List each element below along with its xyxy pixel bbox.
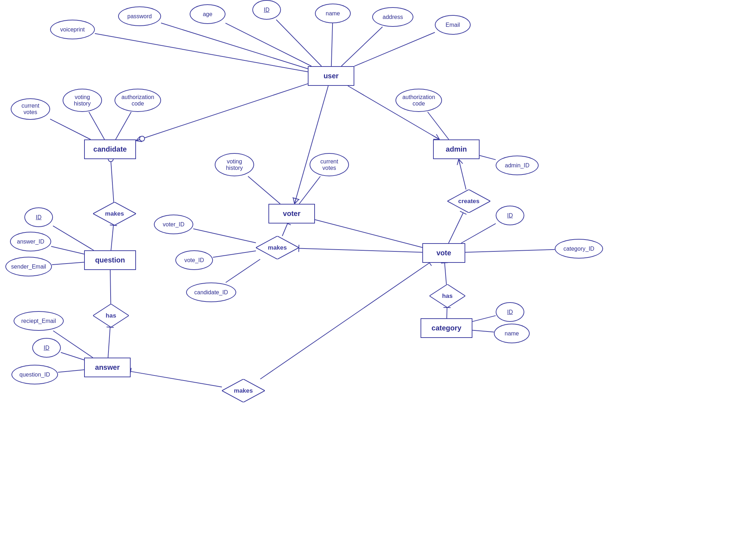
- svg-line-33: [282, 223, 288, 236]
- attr-vote_category_id: category_ID: [555, 239, 603, 259]
- svg-line-25: [51, 246, 84, 254]
- attr-category_id: ID: [496, 302, 524, 322]
- svg-line-22: [111, 225, 113, 250]
- svg-line-37: [193, 229, 256, 243]
- attr-user_id: ID: [252, 0, 281, 20]
- svg-line-8: [89, 112, 105, 139]
- svg-line-55: [315, 220, 422, 247]
- relation-rel_makes_answer: makes: [222, 379, 265, 402]
- svg-line-53: [260, 263, 429, 379]
- svg-line-40: [459, 159, 466, 190]
- attr-question_sender_email: sender_Email: [5, 257, 52, 276]
- svg-line-50: [472, 316, 496, 321]
- attr-vote_id_attr: ID: [496, 206, 524, 225]
- relation-rel_makes_voter: makes: [256, 236, 299, 259]
- attr-user_email: Email: [435, 15, 471, 35]
- svg-line-6: [95, 34, 308, 72]
- svg-line-43: [461, 223, 496, 243]
- attr-makes_vote_id: vote_ID: [175, 250, 213, 270]
- attr-cand_voting_history: voting history: [63, 89, 102, 112]
- svg-line-5: [354, 33, 435, 67]
- attr-voter_voting_history: voting history: [215, 153, 254, 176]
- entity-category: category: [421, 318, 472, 338]
- svg-line-16: [428, 112, 449, 139]
- svg-line-28: [108, 327, 110, 358]
- entity-answer: answer: [84, 358, 131, 377]
- attr-category_name: name: [494, 324, 530, 343]
- attr-makes_voter_id: voter_ID: [154, 215, 193, 234]
- entity-candidate: candidate: [84, 139, 136, 159]
- er-diagram: usercandidatevoteradminvotequestionanswe…: [0, 0, 748, 560]
- svg-line-9: [116, 112, 131, 139]
- entity-user: user: [308, 66, 354, 86]
- svg-line-24: [53, 226, 94, 250]
- attr-admin_id_attr: admin_ID: [496, 156, 539, 175]
- attr-user_age: age: [190, 4, 225, 24]
- svg-line-45: [445, 263, 446, 284]
- svg-line-1: [225, 23, 311, 66]
- svg-line-31: [61, 352, 84, 360]
- attr-user_name: name: [315, 4, 351, 23]
- svg-line-41: [448, 213, 463, 243]
- svg-line-26: [52, 262, 84, 265]
- svg-line-27: [110, 270, 111, 304]
- relation-rel_creates: creates: [447, 190, 490, 213]
- svg-line-39: [226, 259, 260, 283]
- relation-rel_has_vote: has: [429, 284, 465, 308]
- svg-line-19: [299, 176, 320, 204]
- svg-line-12: [295, 86, 328, 204]
- svg-line-7: [50, 119, 91, 139]
- entity-voter: voter: [268, 204, 315, 223]
- attr-answer_reciept_email: reciept_Email: [14, 311, 64, 331]
- svg-line-13: [292, 198, 299, 200]
- svg-line-3: [331, 23, 332, 66]
- entity-vote: vote: [422, 243, 465, 263]
- svg-line-15: [432, 135, 438, 138]
- attr-question_id: ID: [24, 207, 53, 227]
- attr-answer_id: ID: [32, 338, 61, 358]
- attr-makes_candidate_id: candidate_ID: [186, 283, 236, 302]
- svg-line-0: [161, 23, 308, 69]
- svg-line-2: [276, 20, 321, 66]
- relation-rel_has_question: has: [93, 304, 129, 327]
- svg-line-18: [248, 176, 280, 204]
- svg-line-35: [299, 248, 422, 252]
- attr-cand_auth_code: authorization code: [115, 89, 161, 112]
- relation-rel_makes_cand: makes: [93, 202, 136, 225]
- svg-line-47: [447, 308, 447, 318]
- attr-admin_auth_code: authorization code: [395, 89, 442, 112]
- svg-line-51: [131, 372, 222, 387]
- svg-line-49: [472, 330, 494, 332]
- attr-answer_question_id: question_ID: [11, 365, 58, 384]
- connection-lines: [0, 0, 748, 560]
- attr-cand_current_votes: current votes: [11, 98, 50, 120]
- svg-line-10: [136, 84, 308, 141]
- svg-line-17: [480, 156, 496, 160]
- attr-voter_current_votes: current votes: [310, 153, 349, 176]
- attr-question_answer_id: answer_ID: [10, 232, 51, 251]
- svg-line-20: [111, 159, 113, 202]
- svg-line-44: [465, 250, 555, 252]
- attr-user_address: address: [372, 7, 413, 27]
- svg-point-11: [140, 136, 145, 141]
- entity-admin: admin: [433, 139, 480, 159]
- svg-line-38: [213, 251, 256, 257]
- attr-user_password: password: [118, 6, 161, 26]
- entity-question: question: [84, 250, 136, 270]
- svg-line-32: [58, 370, 84, 372]
- svg-line-4: [341, 27, 383, 66]
- attr-user_voiceprint: voiceprint: [50, 20, 95, 39]
